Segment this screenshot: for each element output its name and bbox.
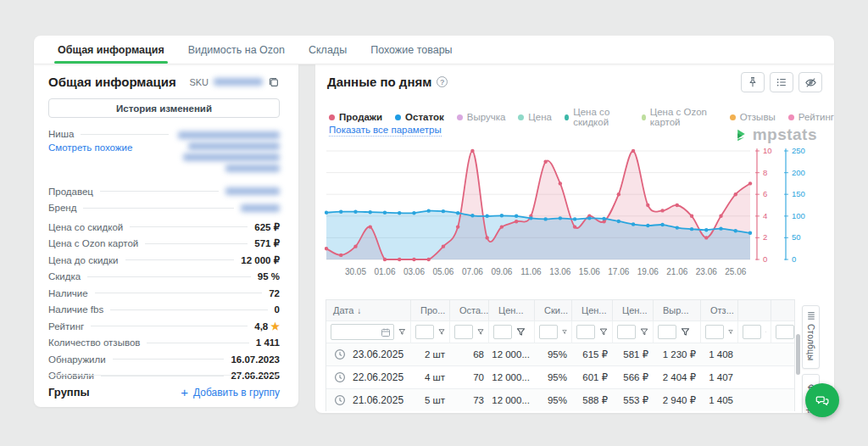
pin-button[interactable] xyxy=(741,72,765,92)
leader-line xyxy=(145,243,248,244)
filter-input[interactable] xyxy=(617,325,636,339)
add-to-group-link[interactable]: + Добавить в группу xyxy=(181,386,280,399)
filter-funnel-icon[interactable] xyxy=(599,327,608,337)
leader-line xyxy=(87,276,251,277)
info-row: Рейтинг4,8★ xyxy=(48,318,280,335)
date-cell: 21.06.2025 xyxy=(326,394,411,406)
sku-label: SKU xyxy=(189,77,209,87)
similar-products-link[interactable]: Смотреть похожие xyxy=(48,142,132,153)
field-label: Количество отзывов xyxy=(48,337,140,348)
tab-warehouses[interactable]: Склады xyxy=(297,36,359,64)
svg-text:09.06: 09.06 xyxy=(491,267,512,276)
filter-funnel-icon[interactable] xyxy=(516,327,526,337)
column-header[interactable]: Выр... xyxy=(654,300,701,321)
table-row[interactable]: 22.06.20254 шт7012 000...95%601 ₽566 ₽2 … xyxy=(326,365,794,388)
svg-text:13.06: 13.06 xyxy=(549,267,570,276)
column-header[interactable]: Дата↓ xyxy=(326,300,411,321)
filter-funnel-icon[interactable] xyxy=(728,327,733,337)
filter-funnel-icon[interactable] xyxy=(398,327,406,337)
filter-funnel-icon[interactable] xyxy=(765,327,766,337)
niche-value-blurred xyxy=(168,129,280,173)
tab-similar-products[interactable]: Похожие товары xyxy=(359,36,464,64)
svg-text:01.06: 01.06 xyxy=(374,267,395,276)
column-header[interactable]: Оста... xyxy=(450,300,489,321)
legend-color-dot xyxy=(329,114,335,120)
filter-funnel-icon[interactable] xyxy=(562,327,567,337)
leader-line xyxy=(81,134,169,135)
list-button[interactable] xyxy=(770,72,793,92)
side-tab-label: Столбцы xyxy=(806,324,815,361)
table-cell: 95% xyxy=(535,395,572,405)
filter-input[interactable] xyxy=(576,325,595,339)
filter-funnel-icon[interactable] xyxy=(477,327,484,337)
add-to-group-label: Добавить в группу xyxy=(193,387,280,399)
side-tab-columns[interactable]: Столбцы xyxy=(802,305,820,369)
legend-item[interactable]: Рейтинг xyxy=(788,112,834,122)
filter-input[interactable] xyxy=(743,325,761,339)
column-header[interactable]: Цен... xyxy=(572,300,613,321)
groups-row: Группы + Добавить в группу xyxy=(48,375,280,399)
filter-input[interactable] xyxy=(658,325,676,339)
legend-item[interactable]: Цена со скидкой xyxy=(565,107,629,127)
svg-text:200: 200 xyxy=(792,168,805,177)
filter-cell xyxy=(771,321,795,343)
list-icon xyxy=(776,76,787,88)
filter-input[interactable] xyxy=(539,325,558,339)
chat-icon xyxy=(815,393,831,409)
leader-line xyxy=(130,226,248,227)
column-header[interactable]: Ски... xyxy=(535,300,572,321)
table-cell: 73 xyxy=(450,395,489,405)
info-fields: Цена со скидкой625 ₽Цена с Ozon картой57… xyxy=(48,219,280,384)
column-header[interactable]: Отз... xyxy=(701,300,738,321)
table-cell: 95% xyxy=(535,349,572,360)
filter-input[interactable] xyxy=(705,325,724,339)
leader-line xyxy=(95,293,263,293)
pin-icon xyxy=(747,76,759,88)
table-scrollbar[interactable] xyxy=(796,334,800,375)
legend-item[interactable]: Отзывы xyxy=(730,112,776,122)
history-button[interactable]: История изменений xyxy=(48,98,280,118)
filter-input[interactable] xyxy=(493,325,512,339)
mpstats-watermark: mpstats xyxy=(734,125,817,144)
legend-label: Цена с Ozon картой xyxy=(650,107,717,127)
info-row: Цена с Ozon картой571 ₽ xyxy=(48,236,280,253)
show-all-params-link[interactable]: Показать все параметры xyxy=(329,125,442,137)
filter-funnel-icon[interactable] xyxy=(681,327,690,337)
column-header[interactable]: Про... xyxy=(411,300,450,321)
filter-input[interactable] xyxy=(776,325,794,339)
svg-text:50: 50 xyxy=(792,232,801,242)
tab-general[interactable]: Общая информация xyxy=(46,36,176,64)
chat-button[interactable] xyxy=(805,383,839,417)
copy-icon[interactable] xyxy=(268,76,280,88)
filter-funnel-icon[interactable] xyxy=(640,327,648,337)
legend-item[interactable]: Продажи xyxy=(329,112,382,122)
legend-label: Остаток xyxy=(405,112,444,122)
table-row[interactable]: 23.06.20252 шт6812 000...95%615 ₽581 ₽1 … xyxy=(326,343,794,365)
column-header[interactable] xyxy=(771,300,795,321)
filter-cell xyxy=(654,321,701,343)
hide-button[interactable] xyxy=(798,72,822,92)
tab-bar: Общая информацияВидимость на OzonСкладыП… xyxy=(34,36,834,64)
info-row: Наличие72 xyxy=(48,285,280,302)
niche-row: Ниша Смотреть похожие xyxy=(48,129,280,180)
column-header[interactable] xyxy=(738,300,771,321)
tab-ozon-visibility[interactable]: Видимость на Ozon xyxy=(176,36,297,64)
leader-line xyxy=(113,359,225,360)
filter-cell xyxy=(572,321,613,343)
filter-input[interactable] xyxy=(415,325,434,339)
help-icon[interactable]: ? xyxy=(437,76,448,87)
column-header[interactable]: Цен... xyxy=(489,300,535,321)
legend-item[interactable]: Цена с Ozon картой xyxy=(642,107,717,127)
legend-item[interactable]: Цена xyxy=(518,112,552,122)
column-header[interactable]: Цен... xyxy=(613,300,654,321)
plus-icon: + xyxy=(181,386,188,399)
legend-color-dot xyxy=(642,114,646,120)
legend-item[interactable]: Остаток xyxy=(395,112,444,122)
legend-item[interactable]: Выручка xyxy=(457,112,506,122)
panel-title: Общая информация xyxy=(48,75,176,89)
date-filter-input[interactable] xyxy=(331,324,394,340)
table-cell: 553 ₽ xyxy=(613,394,654,406)
table-row[interactable]: 21.06.20255 шт7312 000...95%588 ₽553 ₽2 … xyxy=(326,388,794,411)
filter-funnel-icon[interactable] xyxy=(438,327,445,337)
filter-input[interactable] xyxy=(454,325,473,339)
